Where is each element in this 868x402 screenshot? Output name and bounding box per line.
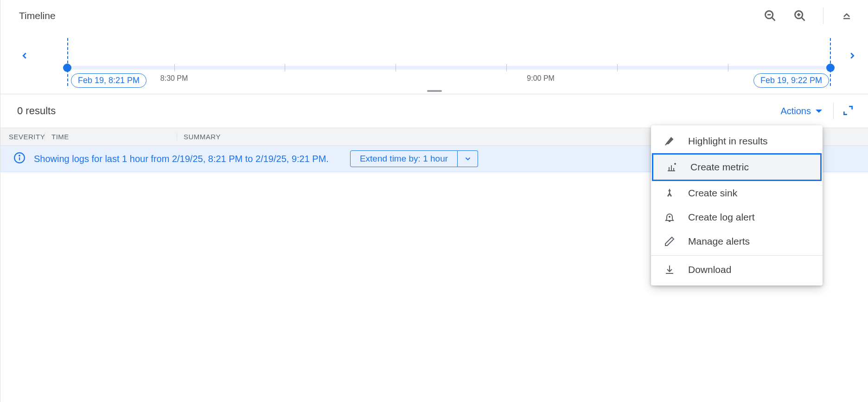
timeline-prev-button[interactable] — [17, 48, 32, 63]
timeline-track[interactable]: 8:30 PM9:00 PM Feb 19, 8:21 PM Feb 19, 9… — [67, 38, 831, 70]
extend-time-button[interactable]: Extend time by: 1 hour — [350, 150, 458, 167]
caret-down-icon — [816, 110, 822, 113]
metric-icon — [666, 161, 677, 173]
timeline-tick — [506, 64, 507, 71]
range-start-handle[interactable] — [63, 64, 71, 72]
actions-label: Actions — [780, 106, 811, 117]
info-icon — [13, 152, 26, 166]
range-start-line — [67, 38, 68, 86]
alert-icon — [664, 212, 675, 223]
pencil-icon — [664, 236, 675, 247]
timeline-tick — [728, 64, 728, 71]
resize-handle[interactable] — [427, 90, 442, 92]
range-start-chip[interactable]: Feb 19, 8:21 PM — [71, 73, 147, 88]
range-end-line — [830, 38, 831, 86]
timeline-tick — [285, 64, 285, 71]
svg-line-1 — [772, 18, 775, 20]
download-icon — [664, 264, 675, 275]
column-time: TIME — [45, 133, 177, 141]
column-severity: SEVERITY — [0, 133, 45, 141]
timeline-tick — [174, 64, 175, 71]
sink-icon — [664, 188, 675, 199]
timeline-body: 8:30 PM9:00 PM Feb 19, 8:21 PM Feb 19, 9… — [0, 24, 868, 94]
range-end-handle[interactable] — [826, 64, 835, 72]
menu-item-create-metric[interactable]: Create metric — [652, 153, 822, 181]
menu-item-manage-alerts[interactable]: Manage alerts — [651, 229, 823, 253]
info-text: Showing logs for last 1 hour from 2/19/2… — [34, 154, 329, 164]
menu-item-label: Create metric — [690, 162, 749, 173]
results-count: 0 results — [17, 105, 56, 117]
timeline-tick — [396, 64, 396, 71]
results-header: 0 results Actions — [0, 94, 868, 128]
highlighter-icon — [664, 136, 675, 147]
actions-menu: Highlight in resultsCreate metricCreate … — [651, 125, 823, 285]
menu-item-label: Create log alert — [688, 212, 755, 223]
timeline-title: Timeline — [19, 10, 56, 21]
zoom-out-icon[interactable] — [762, 7, 779, 24]
timeline-tick — [617, 64, 618, 71]
extend-time-group: Extend time by: 1 hour — [350, 150, 478, 167]
menu-item-label: Manage alerts — [688, 236, 750, 247]
range-end-chip[interactable]: Feb 19, 9:22 PM — [753, 73, 829, 88]
zoom-in-icon[interactable] — [791, 7, 808, 24]
timeline-tick-label: 9:00 PM — [527, 74, 555, 83]
svg-point-10 — [19, 155, 20, 156]
menu-item-label: Download — [688, 264, 731, 275]
timeline-header: Timeline — [0, 0, 868, 24]
menu-item-create-sink[interactable]: Create sink — [651, 181, 823, 205]
divider — [833, 103, 834, 119]
timeline-tools — [762, 7, 855, 24]
divider — [823, 7, 823, 24]
divider — [651, 255, 823, 256]
actions-button[interactable]: Actions — [777, 104, 826, 118]
timeline-next-button[interactable] — [845, 48, 860, 63]
menu-item-label: Highlight in results — [688, 136, 768, 147]
menu-item-create-log-alert[interactable]: Create log alert — [651, 205, 823, 229]
fullscreen-icon[interactable] — [841, 104, 855, 119]
svg-line-4 — [802, 18, 804, 20]
menu-item-highlight-in-results[interactable]: Highlight in results — [651, 129, 823, 153]
menu-item-label: Create sink — [688, 188, 737, 199]
extend-time-dropdown[interactable] — [458, 150, 478, 167]
timeline-tick-label: 8:30 PM — [160, 74, 188, 83]
menu-item-download[interactable]: Download — [651, 258, 823, 282]
collapse-icon[interactable] — [838, 7, 855, 24]
